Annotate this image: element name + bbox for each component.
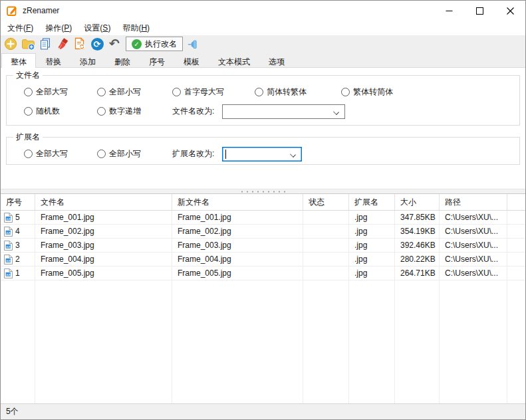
cell-index[interactable]: 2: [1, 253, 35, 266]
cell-path[interactable]: C:\Users\XU\...: [440, 239, 507, 252]
tab-whole[interactable]: 整体: [1, 53, 36, 68]
cell-new-filename[interactable]: Frame_001.jpg: [172, 211, 303, 224]
radio-lowercase[interactable]: 全部小写: [97, 86, 172, 98]
table-row[interactable]: 2 Frame_004.jpg Frame_004.jpg .jpg 280.2…: [1, 253, 525, 266]
cell-path[interactable]: C:\Users\XU\...: [440, 253, 507, 266]
radio-number-increment[interactable]: 数字递增: [97, 106, 172, 117]
refresh-list-icon[interactable]: [72, 37, 87, 51]
cell-status[interactable]: [303, 211, 349, 224]
app-logo-icon: [7, 5, 18, 17]
cell-extension[interactable]: .jpg: [349, 225, 395, 238]
cell-filler: [507, 253, 525, 266]
cell-size[interactable]: 392.46KB: [395, 239, 440, 252]
cell-status[interactable]: [303, 239, 349, 252]
table-row[interactable]: 3 Frame_003.jpg Frame_003.jpg .jpg 392.4…: [1, 239, 525, 253]
menu-help[interactable]: 帮助(H): [116, 21, 156, 35]
cell-extension[interactable]: .jpg: [349, 239, 395, 252]
col-header-path[interactable]: 路径: [440, 194, 507, 210]
run-rename-button[interactable]: 执行改名: [126, 37, 183, 51]
filename-radio-row-2: 随机数 数字递增 文件名改为:: [24, 102, 514, 121]
tab-delete[interactable]: 删除: [105, 54, 140, 67]
col-header-filename[interactable]: 文件名: [35, 194, 172, 210]
close-icon[interactable]: [495, 1, 525, 21]
radio-traditional-to-simplified[interactable]: 繁体转简体: [341, 86, 393, 98]
cell-size[interactable]: 264.71KB: [395, 266, 440, 280]
col-header-status[interactable]: 状态: [303, 194, 349, 210]
cell-extension[interactable]: .jpg: [349, 266, 395, 280]
cell-index[interactable]: 1: [1, 266, 35, 280]
tab-number[interactable]: 序号: [140, 54, 174, 67]
cell-filler: [507, 211, 525, 224]
undo-icon[interactable]: [107, 37, 122, 51]
tab-add[interactable]: 添加: [70, 54, 105, 67]
radio-ext-uppercase[interactable]: 全部大写: [24, 148, 97, 159]
cell-size[interactable]: 280.22KB: [395, 253, 440, 266]
cell-new-filename[interactable]: Frame_005.jpg: [172, 266, 303, 280]
cell-extension[interactable]: .jpg: [349, 211, 395, 224]
cell-filename[interactable]: Frame_001.jpg: [35, 211, 172, 224]
table-header-row: 序号 文件名 新文件名 状态 扩展名 大小 路径: [1, 194, 525, 211]
table-row[interactable]: 5 Frame_001.jpg Frame_001.jpg .jpg 347.8…: [1, 211, 525, 225]
minimize-icon[interactable]: [434, 1, 464, 21]
cell-filler: [507, 225, 525, 238]
cell-path[interactable]: C:\Users\XU\...: [440, 266, 507, 280]
file-table: 序号 文件名 新文件名 状态 扩展名 大小 路径 5 Frame_001.jpg…: [1, 193, 525, 403]
filename-group-title: 文件名: [13, 70, 43, 81]
chevron-down-icon[interactable]: [291, 152, 296, 157]
pin-icon[interactable]: [186, 37, 201, 51]
radio-simplified-to-traditional[interactable]: 简体转繁体: [255, 86, 341, 98]
cell-size[interactable]: 347.85KB: [395, 211, 440, 224]
splitter[interactable]: [1, 189, 525, 193]
cell-filename[interactable]: Frame_005.jpg: [35, 266, 172, 280]
radio-random-number[interactable]: 随机数: [24, 106, 97, 117]
cell-index[interactable]: 3: [1, 239, 35, 252]
cell-path[interactable]: C:\Users\XU\...: [440, 211, 507, 224]
add-files-icon[interactable]: [3, 37, 18, 51]
image-file-icon: [4, 268, 13, 278]
col-header-index[interactable]: 序号: [1, 194, 35, 210]
radio-circle-icon: [24, 150, 33, 158]
cell-filler: [507, 239, 525, 252]
menu-operate[interactable]: 操作(P): [39, 21, 78, 35]
splitter-handle-icon[interactable]: [241, 191, 285, 193]
cell-status[interactable]: [303, 266, 349, 280]
menu-file[interactable]: 文件(F): [1, 21, 39, 35]
cell-new-filename[interactable]: Frame_003.jpg: [172, 239, 303, 252]
tab-options[interactable]: 选项: [259, 54, 294, 67]
radio-ext-lowercase[interactable]: 全部小写: [97, 148, 172, 159]
cell-size[interactable]: 354.19KB: [395, 225, 440, 238]
cell-index[interactable]: 5: [1, 211, 35, 224]
radio-uppercase[interactable]: 全部大写: [24, 86, 97, 98]
cell-filename[interactable]: Frame_003.jpg: [35, 239, 172, 252]
clear-list-icon[interactable]: [55, 37, 70, 51]
maximize-icon[interactable]: [464, 1, 495, 21]
cell-new-filename[interactable]: Frame_004.jpg: [172, 253, 303, 266]
add-folder-icon[interactable]: [21, 37, 35, 51]
cell-status[interactable]: [303, 225, 349, 238]
filename-rename-combobox[interactable]: [222, 104, 345, 119]
extension-rename-combobox[interactable]: [222, 147, 302, 161]
tab-template[interactable]: 模板: [174, 54, 209, 67]
radio-capitalize[interactable]: 首字母大写: [172, 86, 255, 98]
tab-replace[interactable]: 替换: [36, 54, 70, 67]
col-header-new-filename[interactable]: 新文件名: [172, 194, 303, 210]
menu-settings[interactable]: 设置(S): [78, 21, 116, 35]
col-header-size[interactable]: 大小: [395, 194, 440, 210]
cell-path[interactable]: C:\Users\XU\...: [440, 225, 507, 238]
file-list-icon[interactable]: [38, 37, 53, 51]
run-rename-label: 执行改名: [145, 39, 177, 50]
cell-filename[interactable]: Frame_004.jpg: [35, 253, 172, 266]
cell-status[interactable]: [303, 253, 349, 266]
col-header-extension[interactable]: 扩展名: [349, 194, 395, 210]
cell-filename[interactable]: Frame_002.jpg: [35, 225, 172, 238]
tab-text-mode[interactable]: 文本模式: [209, 54, 259, 67]
table-row[interactable]: 4 Frame_002.jpg Frame_002.jpg .jpg 354.1…: [1, 225, 525, 239]
image-file-icon: [4, 255, 13, 264]
chevron-down-icon[interactable]: [334, 109, 339, 114]
cell-extension[interactable]: .jpg: [349, 253, 395, 266]
cell-new-filename[interactable]: Frame_002.jpg: [172, 225, 303, 238]
table-row[interactable]: 1 Frame_005.jpg Frame_005.jpg .jpg 264.7…: [1, 266, 525, 280]
refresh-icon[interactable]: [90, 37, 104, 51]
check-circle-icon: [132, 39, 142, 49]
cell-index[interactable]: 4: [1, 225, 35, 238]
